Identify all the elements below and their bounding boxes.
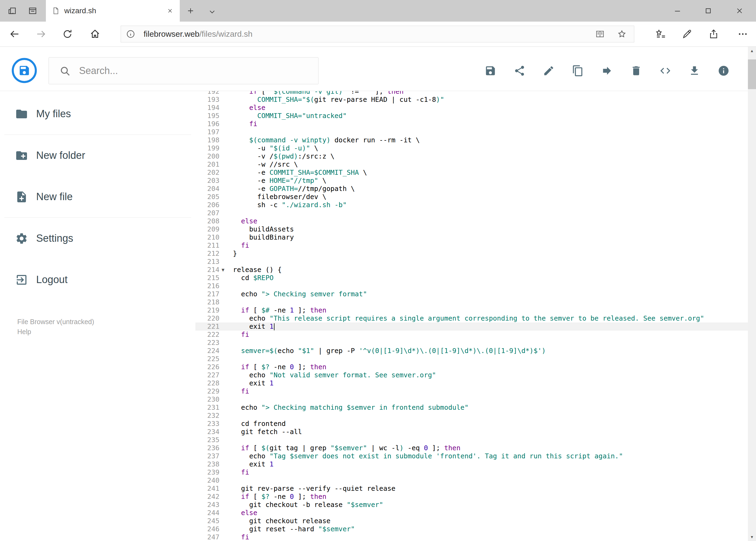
- tab-list-chevron-icon[interactable]: [208, 8, 216, 16]
- download-button[interactable]: [688, 65, 700, 77]
- copy-button[interactable]: [572, 65, 584, 77]
- code-line-222[interactable]: 222 fi: [195, 330, 748, 339]
- code-line-212[interactable]: 212}: [195, 250, 748, 258]
- code-line-246[interactable]: 246 git reset --hard "$semver": [195, 525, 748, 533]
- code-line-229[interactable]: 229 fi: [195, 387, 748, 395]
- code-line-209[interactable]: 209 buildAssets: [195, 225, 748, 234]
- code-line-242[interactable]: 242 if [ $? -ne 0 ]; then: [195, 493, 748, 501]
- code-line-208[interactable]: 208 else: [195, 217, 748, 225]
- share-page-icon[interactable]: [708, 29, 719, 39]
- code-line-215[interactable]: 215 cd $REPO: [195, 274, 748, 282]
- code-line-245[interactable]: 245 git checkout release: [195, 517, 748, 525]
- save-button[interactable]: [484, 65, 496, 77]
- browser-tab[interactable]: wizard.sh: [46, 0, 180, 22]
- window-maximize-button[interactable]: [704, 6, 712, 15]
- code-line-231[interactable]: 231 echo "> Checking matching $semver in…: [195, 403, 748, 412]
- share-button[interactable]: [514, 65, 526, 77]
- filebrowser-logo[interactable]: [12, 58, 37, 83]
- code-line-239[interactable]: 239 fi: [195, 468, 748, 476]
- web-note-pen-icon[interactable]: [682, 29, 692, 39]
- sidebar-item-new-file[interactable]: New file: [0, 176, 195, 218]
- tab-preview-icon[interactable]: [28, 6, 38, 16]
- code-line-221[interactable]: 221 exit 1: [195, 322, 748, 330]
- refresh-button[interactable]: [62, 29, 73, 39]
- reading-view-icon[interactable]: [595, 29, 605, 39]
- code-line-247[interactable]: 247 fi: [195, 533, 748, 541]
- search-box[interactable]: [49, 57, 319, 84]
- fold-arrow-icon[interactable]: ▾: [219, 266, 233, 274]
- code-line-228[interactable]: 228 exit 1: [195, 379, 748, 387]
- code-line-218[interactable]: 218: [195, 298, 748, 306]
- sidebar-item-my-files[interactable]: My files: [0, 93, 195, 135]
- code-line-194[interactable]: 194 else: [195, 104, 748, 112]
- code-line-236[interactable]: 236 if [ $(git tag | grep "$semver" | wc…: [195, 444, 748, 452]
- window-minimize-button[interactable]: [673, 6, 682, 15]
- code-line-207[interactable]: 207: [195, 209, 748, 217]
- favorite-star-icon[interactable]: [617, 29, 627, 39]
- code-line-244[interactable]: 244 else: [195, 509, 748, 517]
- search-input[interactable]: [79, 58, 311, 84]
- tabs-set-aside-icon[interactable]: [7, 6, 17, 16]
- code-line-193[interactable]: 193 COMMIT_SHA="$(git rev-parse HEAD | c…: [195, 96, 748, 104]
- code-line-237[interactable]: 237 echo "Tag $semver does not exist in …: [195, 452, 748, 460]
- window-close-button[interactable]: [735, 6, 744, 15]
- code-line-227[interactable]: 227 echo "Not valid semver format. See s…: [195, 371, 748, 379]
- sidebar-item-new-folder[interactable]: New folder: [0, 135, 195, 176]
- code-line-226[interactable]: 226 if [ $? -ne 0 ]; then: [195, 363, 748, 371]
- code-line-234[interactable]: 234 git fetch --all: [195, 428, 748, 436]
- more-menu-icon[interactable]: [737, 29, 748, 39]
- raw-view-button[interactable]: [659, 65, 671, 77]
- home-button[interactable]: [90, 29, 101, 39]
- back-button[interactable]: [9, 29, 20, 39]
- new-tab-button[interactable]: [186, 6, 195, 15]
- sidebar-item-logout[interactable]: Logout: [0, 259, 195, 300]
- code-line-243[interactable]: 243 git checkout -b release "$semver": [195, 501, 748, 509]
- code-line-196[interactable]: 196 fi: [195, 120, 748, 128]
- code-line-199[interactable]: 199 -u "$(id -u)" \: [195, 144, 748, 152]
- code-editor[interactable]: 192 if [ "$(command -v git)" != "" ]; th…: [195, 91, 748, 541]
- code-line-230[interactable]: 230: [195, 395, 748, 403]
- edit-button[interactable]: [543, 65, 555, 77]
- code-line-238[interactable]: 238 exit 1: [195, 460, 748, 468]
- vertical-scrollbar[interactable]: ▲ ▼: [748, 47, 756, 541]
- code-line-224[interactable]: 224 semver=$(echo "$1" | grep -P '^v(0|[…: [195, 347, 748, 355]
- code-line-203[interactable]: 203 -e HOME="//tmp" \: [195, 177, 748, 185]
- help-link[interactable]: Help: [17, 327, 94, 337]
- scroll-up-arrow-icon[interactable]: ▲: [748, 47, 756, 55]
- code-line-195[interactable]: 195 COMMIT_SHA="untracked": [195, 112, 748, 120]
- scrollbar-thumb[interactable]: [748, 59, 756, 89]
- code-line-235[interactable]: 235: [195, 436, 748, 444]
- code-line-204[interactable]: 204 -e GOPATH=//tmp/gopath \: [195, 185, 748, 193]
- code-line-192[interactable]: 192 if [ "$(command -v git)" != "" ]; th…: [195, 91, 748, 96]
- code-line-205[interactable]: 205 filebrowser/dev \: [195, 193, 748, 201]
- code-line-216[interactable]: 216: [195, 282, 748, 290]
- code-line-210[interactable]: 210 buildBinary: [195, 234, 748, 242]
- info-button[interactable]: [718, 65, 730, 77]
- code-line-200[interactable]: 200 -v /$(pwd):/src:z \: [195, 152, 748, 161]
- code-line-202[interactable]: 202 -e COMMIT_SHA=$COMMIT_SHA \: [195, 169, 748, 177]
- hub-favorites-icon[interactable]: [655, 29, 666, 39]
- code-line-201[interactable]: 201 -w //src \: [195, 161, 748, 169]
- code-line-219[interactable]: 219 if [ $# -ne 1 ]; then: [195, 306, 748, 314]
- scroll-down-arrow-icon[interactable]: ▼: [748, 533, 756, 541]
- code-line-241[interactable]: 241 git rev-parse --verify --quiet relea…: [195, 485, 748, 493]
- sidebar-item-settings[interactable]: Settings: [0, 218, 195, 259]
- code-line-240[interactable]: 240: [195, 476, 748, 485]
- forward-button[interactable]: [36, 29, 46, 39]
- site-info-icon[interactable]: [126, 29, 135, 39]
- code-line-211[interactable]: 211 fi: [195, 242, 748, 250]
- move-button[interactable]: [601, 65, 613, 77]
- code-line-220[interactable]: 220 echo "This release script requires a…: [195, 314, 748, 322]
- code-line-214[interactable]: 214▾release () {: [195, 266, 748, 274]
- code-line-206[interactable]: 206 sh -c "./wizard.sh -b": [195, 201, 748, 209]
- code-line-197[interactable]: 197: [195, 128, 748, 136]
- code-line-223[interactable]: 223: [195, 339, 748, 347]
- code-line-217[interactable]: 217 echo "> Checking semver format": [195, 290, 748, 298]
- code-line-213[interactable]: 213: [195, 258, 748, 266]
- code-line-225[interactable]: 225: [195, 355, 748, 363]
- tab-close-icon[interactable]: [167, 8, 173, 14]
- code-line-233[interactable]: 233 cd frontend: [195, 420, 748, 428]
- code-line-232[interactable]: 232: [195, 412, 748, 420]
- address-bar[interactable]: filebrowser.web/files/wizard.sh: [121, 26, 634, 42]
- delete-button[interactable]: [630, 65, 642, 77]
